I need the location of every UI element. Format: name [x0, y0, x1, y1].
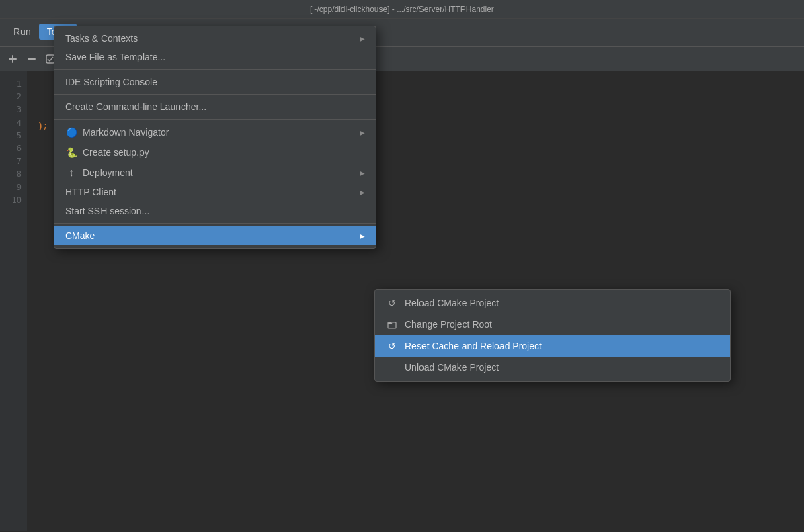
- arrow-icon: ▶: [360, 189, 365, 196]
- cmake-label: CMake: [65, 230, 95, 241]
- submenu-reload-cmake[interactable]: ↺ Reload CMake Project: [375, 292, 730, 314]
- line-num: 2: [5, 91, 22, 103]
- item-left: Save File as Template...: [65, 52, 165, 62]
- deployment-label: Deployment: [83, 167, 133, 178]
- menu-http-client[interactable]: HTTP Client ▶: [54, 183, 376, 202]
- submenu-unload-cmake[interactable]: Unload CMake Project: [375, 357, 730, 378]
- line-num: 7: [5, 155, 22, 168]
- cmake-submenu: ↺ Reload CMake Project Change Project Ro…: [374, 289, 731, 382]
- create-launcher-label: Create Command-line Launcher...: [65, 101, 206, 112]
- remove-cursor-icon: [26, 54, 37, 64]
- markdown-icon: 🔵: [65, 126, 77, 138]
- item-left: CMake: [65, 230, 95, 241]
- divider: [54, 119, 376, 120]
- change-root-label: Change Project Root: [405, 319, 492, 330]
- line-num: 8: [5, 168, 22, 181]
- reset-cache-label: Reset Cache and Reload Project: [405, 341, 542, 351]
- item-left: ↕ Deployment: [65, 167, 133, 179]
- menu-create-launcher[interactable]: Create Command-line Launcher...: [54, 97, 376, 116]
- menu-create-setup[interactable]: 🐍 Create setup.py: [54, 142, 376, 163]
- save-template-label: Save File as Template...: [65, 52, 165, 62]
- svg-rect-1: [12, 55, 13, 63]
- add-cursor-button[interactable]: [5, 52, 20, 66]
- create-setup-label: Create setup.py: [83, 147, 149, 158]
- item-left: 🔵 Markdown Navigator: [65, 126, 169, 138]
- remove-cursor-button[interactable]: [24, 52, 39, 66]
- menu-save-template[interactable]: Save File as Template...: [54, 48, 376, 66]
- title-bar: [~/cpp/didi-clickhouse] - .../src/Server…: [0, 0, 804, 19]
- markdown-label: Markdown Navigator: [83, 127, 169, 138]
- submenu-reset-cache[interactable]: ↺ Reset Cache and Reload Project: [375, 335, 730, 357]
- divider: [54, 223, 376, 224]
- line-numbers: 1 2 3 4 5 6 7 8 9 10: [0, 71, 27, 531]
- ide-scripting-label: IDE Scripting Console: [65, 77, 157, 87]
- menu-tasks-contexts[interactable]: Tasks & Contexts ▶: [54, 29, 376, 48]
- unload-cmake-label: Unload CMake Project: [405, 362, 499, 373]
- line-num: 1: [5, 78, 22, 91]
- menu-markdown-nav[interactable]: 🔵 Markdown Navigator ▶: [54, 122, 376, 142]
- menu-start-ssh[interactable]: Start SSH session...: [54, 202, 376, 220]
- python-icon: 🐍: [65, 146, 77, 159]
- reload-cmake-label: Reload CMake Project: [405, 298, 499, 308]
- item-left: 🐍 Create setup.py: [65, 146, 149, 159]
- line-num: 3: [5, 103, 22, 116]
- line-num: 5: [5, 130, 22, 142]
- item-left: Tasks & Contexts: [65, 33, 138, 44]
- title-text: [~/cpp/didi-clickhouse] - .../src/Server…: [310, 5, 494, 14]
- start-ssh-label: Start SSH session...: [65, 206, 149, 216]
- line-num: 4: [5, 117, 22, 130]
- divider: [54, 94, 376, 95]
- reset-icon: ↺: [386, 341, 398, 351]
- tools-dropdown: Tasks & Contexts ▶ Save File as Template…: [54, 26, 376, 249]
- divider: [54, 69, 376, 70]
- line-num: 10: [5, 194, 22, 207]
- arrow-icon: ▶: [360, 232, 365, 240]
- line-num: 9: [5, 181, 22, 194]
- reload-icon: ↺: [386, 298, 398, 308]
- svg-rect-2: [28, 58, 36, 60]
- arrow-icon: ▶: [360, 35, 365, 42]
- menu-run[interactable]: Run: [5, 24, 39, 40]
- deployment-icon: ↕: [65, 167, 77, 179]
- arrow-icon: ▶: [360, 129, 365, 136]
- menu-deployment[interactable]: ↕ Deployment ▶: [54, 163, 376, 183]
- line-num: 6: [5, 142, 22, 155]
- menu-cmake[interactable]: CMake ▶: [54, 226, 376, 245]
- http-client-label: HTTP Client: [65, 187, 116, 197]
- change-root-icon: [386, 320, 398, 329]
- add-cursor-icon: [7, 54, 18, 64]
- tasks-label: Tasks & Contexts: [65, 33, 138, 44]
- item-left: HTTP Client: [65, 187, 116, 197]
- submenu-change-root[interactable]: Change Project Root: [375, 314, 730, 335]
- menu-ide-scripting[interactable]: IDE Scripting Console: [54, 73, 376, 91]
- arrow-icon: ▶: [360, 169, 365, 177]
